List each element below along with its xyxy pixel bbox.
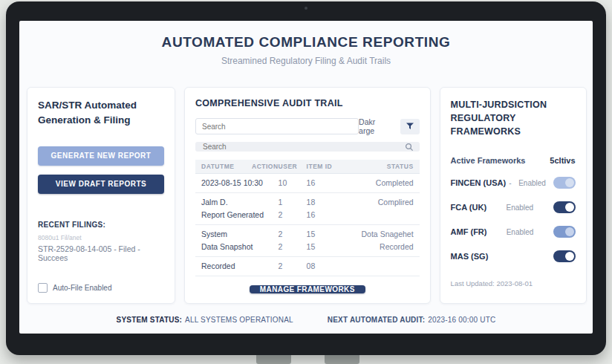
col-header-item: ITEM ID [307,163,350,170]
framework-row-amf: AMF (FR) Enabled [451,225,576,238]
audit-table: DATUTME ACTION USER ITEM ID STATUS 2023-… [195,160,420,276]
monitor-stand-foot-left [256,354,291,364]
system-status-label: SYSTEM STATUS: [117,316,183,324]
generate-report-button[interactable]: GENERATE NEW REPORT [38,146,164,166]
dashboard-screen: AUTOMATED COMPLIANCE REPORTING Streamine… [19,21,593,334]
page-title: AUTOMATED COMPLIANCE REPORTING [19,34,593,51]
date-range-label: Dakr arge [359,117,393,135]
audit-table-header: DATUTME ACTION USER ITEM ID STATUS [195,160,420,174]
recent-filings-heading: RECENT FILINGS: [38,221,164,229]
next-audit-value: 2023-16 00:00 UTC [428,316,495,324]
next-audit: NEXT AUTOMATED AUDIT:2023-16 00:00 UTC [328,316,496,324]
autofile-row: Auto-File Enabled [38,283,164,293]
monitor-stand-foot-right [325,354,359,364]
col-header-datetime: DATUTME [201,163,252,170]
system-status-value: ALL SYSTEMS OPERATIONAL [185,316,293,324]
audit-trail-panel: COMPREHENSIVE AUDIT TRAIL Dakr arge [184,87,431,304]
table-row: 2023-08-15 10:30 10 16 Completed [195,174,420,193]
manage-frameworks-button[interactable]: MANAGE FRAMEWORKS [250,285,365,293]
view-drafts-button[interactable]: VIEW DRAFT REPORTS [38,175,164,194]
status-bar: SYSTEM STATUS:ALL SYSTEMS OPERATIONAL NE… [19,316,593,334]
framework-row-fincen: FINCEN (USA) - Enabled [451,176,576,189]
cards-row: SAR/STR Automated Generation & Filing GE… [19,87,593,304]
framework-separator: - [509,179,511,187]
recent-filing-entry: STR-2529-08-14-005 - Filed - Succees [38,244,164,262]
search-filter-row: Dakr arge [195,117,420,135]
toggle-amf[interactable] [553,226,576,238]
table-row: Jalm D. Report Generated 1 2 18 16 [195,193,420,225]
col-header-user: USER [279,163,307,170]
framework-name: MAS (SG) [451,252,489,261]
active-frameworks-row: Active Frameworks 5cltivs [451,156,576,165]
table-row: Recorded 2 08 [195,257,420,276]
last-updated-label: Last Updated: 2023-08-01 [451,279,576,287]
framework-row-mas: MAS (SG) [451,250,576,263]
framework-name: AMF (FR) [451,227,487,236]
filter-icon [406,122,414,131]
toggle-fca[interactable] [553,201,576,213]
recent-filings-note: 8080u1 Fil/anet [38,234,164,241]
col-header-status: STATUS [350,163,414,170]
page-header: AUTOMATED COMPLIANCE REPORTING Streamine… [19,21,593,66]
active-frameworks-label: Active Frameworks [451,156,526,165]
monitor-frame: AUTOMATED COMPLIANCE REPORTING Streamine… [6,1,606,355]
framework-name: FINCEN (USA) [451,178,507,187]
next-audit-label: NEXT AUTOMATED AUDIT: [328,316,425,324]
active-frameworks-value: 5cltivs [550,156,575,165]
autofile-checkbox[interactable] [38,283,48,293]
autofile-label: Auto-File Enabled [53,284,112,292]
framework-status: Enabled [507,228,534,236]
sar-str-panel-title: SAR/STR Automated Generation & Filing [38,98,164,129]
audit-trail-title: COMPREHENSIVE AUDIT TRAIL [195,98,420,108]
desktop-background: AUTOMATED COMPLIANCE REPORTING Streamine… [0,0,612,364]
frameworks-panel: MULTI-JURDSICTION REGULATORY FRAMEWORKS … [440,87,587,304]
framework-status: Enabled [506,204,533,212]
search-icon [405,143,414,152]
system-status: SYSTEM STATUS:ALL SYSTEMS OPERATIONAL [117,316,293,324]
filter-button[interactable] [400,119,420,134]
toggle-mas[interactable] [553,250,576,262]
table-row: System Data Snapshot 2 2 15 15 [195,225,420,257]
framework-row-fca: FCA (UK) Enabled [451,201,576,214]
toggle-fincen[interactable] [553,177,576,189]
framework-name: FCA (UK) [451,203,486,212]
search-input[interactable] [195,118,359,134]
col-header-action: ACTION [252,163,279,170]
webcam-dot-icon [305,7,307,10]
sar-str-panel: SAR/STR Automated Generation & Filing GE… [27,87,175,304]
page-subtitle: Streamined Regulatory Filing & Audit Tra… [19,56,593,66]
search-bar [195,142,420,152]
search-input-secondary[interactable] [201,142,405,152]
framework-status: Enabled [518,179,546,187]
frameworks-panel-title: MULTI-JURDSICTION REGULATORY FRAMEWORKS [451,98,576,138]
